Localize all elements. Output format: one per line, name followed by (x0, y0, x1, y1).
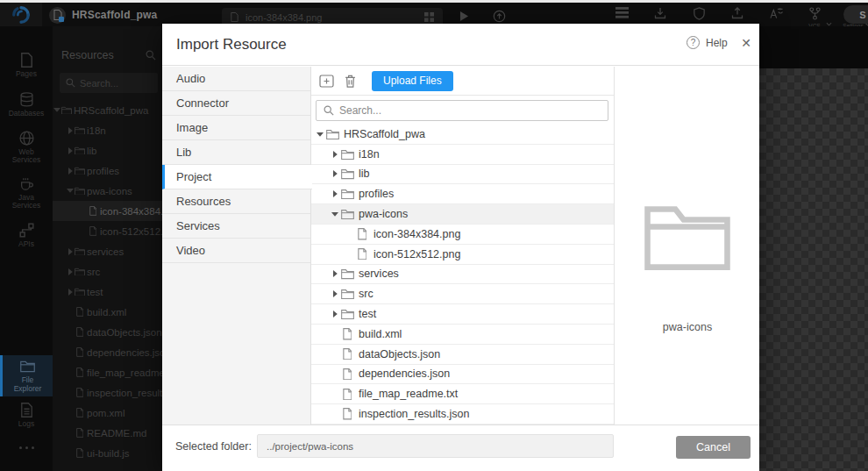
tree-file-file_map_readme.txt[interactable]: file_map_readme.txt (311, 384, 614, 404)
run-play-button[interactable] (459, 11, 469, 22)
translate-icon[interactable] (766, 7, 786, 19)
caret-down-icon[interactable] (66, 188, 75, 193)
caret-right-icon[interactable] (330, 170, 340, 177)
tree-file-inspection_results.json[interactable]: inspection_results.json (311, 404, 614, 425)
help-button[interactable]: ? Help (687, 36, 728, 49)
tree-folder-src[interactable]: src (53, 261, 162, 282)
caret-right-icon[interactable] (66, 248, 75, 255)
globe-icon (19, 131, 34, 146)
dialog-search[interactable] (316, 100, 608, 121)
sidebar-item-more[interactable] (0, 435, 53, 460)
tree-item-label: i18n (359, 148, 380, 161)
tree-folder-test[interactable]: test (53, 282, 162, 302)
upload-files-button[interactable]: Upload Files (372, 71, 453, 91)
caret-right-icon[interactable] (330, 190, 340, 197)
preview-folder-icon (644, 200, 731, 271)
tree-folder-profiles[interactable]: profiles (53, 161, 162, 181)
export-icon[interactable] (728, 7, 747, 19)
new-folder-button[interactable] (319, 75, 334, 88)
tree-file-icon-384x384.png[interactable]: icon-384x384.png (53, 201, 162, 221)
resources-panel: Resources HRScaffold_pwai18nlibprofilesp… (53, 26, 162, 471)
tree-file-file_map_readme.txt[interactable]: file_map_readme.txt (53, 362, 162, 382)
tree-file-icon-384x384.png[interactable]: icon-384x384.png (311, 225, 614, 245)
category-item-audio[interactable]: Audio (162, 67, 310, 91)
caret-right-icon[interactable] (66, 127, 75, 134)
tree-folder-i18n[interactable]: i18n (311, 145, 614, 165)
tree-folder-pwa-icons[interactable]: pwa-icons (311, 204, 614, 225)
sidebar-item-java-services[interactable]: JavaServices (0, 170, 53, 216)
tree-file-build.xml[interactable]: build.xml (53, 302, 162, 322)
dialog-search-input[interactable] (339, 104, 567, 117)
tree-file-build.xml[interactable]: build.xml (311, 325, 614, 345)
tree-folder-lib[interactable]: lib (53, 140, 162, 161)
caret-down-icon[interactable] (330, 211, 340, 217)
tree-folder-services[interactable]: services (311, 265, 614, 285)
sidebar-item-databases[interactable]: Databases (0, 85, 53, 125)
caret-down-icon[interactable] (53, 107, 61, 112)
caret-right-icon[interactable] (330, 290, 340, 297)
tree-file-icon-512x512.png[interactable]: icon-512x512.png (311, 245, 614, 265)
close-icon[interactable]: ✕ (738, 35, 754, 51)
help-icon: ? (687, 36, 700, 49)
tree-file-icon-512x512.png[interactable]: icon-512x512.png (53, 221, 162, 241)
tree-file-dependencies.json[interactable]: dependencies.json (311, 365, 614, 385)
cancel-button[interactable]: Cancel (676, 436, 751, 459)
tree-folder-i18n[interactable]: i18n (53, 120, 162, 140)
page-icon (19, 53, 34, 68)
project-name: HRScaffold_pwa (72, 9, 157, 21)
category-item-lib[interactable]: Lib (162, 140, 310, 165)
tree-folder-hrscaffold_pwa[interactable]: HRScaffold_pwa (311, 125, 614, 145)
folder-icon (75, 268, 85, 276)
tree-folder-hrscaffold_pwa[interactable]: HRScaffold_pwa (53, 100, 162, 120)
app-logo[interactable] (0, 3, 42, 26)
tree-folder-src[interactable]: src (311, 284, 614, 304)
tree-folder-profiles[interactable]: profiles (311, 184, 614, 204)
file-icon (75, 347, 85, 357)
import-icon[interactable] (651, 7, 670, 19)
category-item-video[interactable]: Video (162, 239, 310, 263)
category-item-services[interactable]: Services (162, 214, 310, 239)
caret-right-icon[interactable] (330, 310, 340, 318)
tree-file-pom.xml[interactable]: pom.xml (53, 403, 162, 423)
tree-item-label: icon-512x512.png (374, 248, 460, 260)
tree-file-dataobjects.json[interactable]: dataObjects.json (311, 345, 614, 365)
tree-item-label: icon-512x512.png (100, 226, 162, 237)
caret-right-icon[interactable] (66, 289, 75, 296)
sidebar-item-web-services[interactable]: WebServices (0, 125, 53, 170)
environments-icon[interactable] (612, 7, 631, 19)
publish-icon[interactable] (493, 10, 506, 23)
user-avatar[interactable]: S (843, 5, 868, 24)
sidebar-item-apis[interactable]: APIs (0, 216, 53, 255)
caret-right-icon[interactable] (66, 268, 75, 275)
caret-right-icon[interactable] (66, 168, 75, 175)
tree-file-inspection_results.json[interactable]: inspection_results.json (53, 382, 162, 403)
search-icon[interactable] (146, 50, 156, 61)
category-item-connector[interactable]: Connector (162, 91, 310, 116)
caret-right-icon[interactable] (330, 151, 340, 158)
caret-down-icon[interactable] (315, 132, 325, 137)
project-switcher[interactable]: HRScaffold_pwa (49, 5, 157, 25)
sidebar-item-file-explorer[interactable]: FileExplorer (0, 355, 53, 396)
tree-folder-test[interactable]: test (311, 304, 614, 325)
tree-folder-pwa-icons[interactable]: pwa-icons (53, 181, 162, 201)
tree-folder-lib[interactable]: lib (311, 165, 614, 185)
category-item-resources[interactable]: Resources (162, 189, 310, 214)
resources-search-input[interactable] (80, 78, 141, 89)
tree-file-readme.md[interactable]: README.md (53, 423, 162, 443)
tree-item-label: profiles (359, 188, 394, 200)
tree-item-label: dataObjects.json (359, 348, 440, 360)
sidebar-item-pages[interactable]: Pages (0, 46, 53, 85)
sidebar-item-logs[interactable]: Logs (0, 396, 53, 435)
category-item-project[interactable]: Project (162, 165, 312, 189)
shield-icon[interactable] (689, 7, 708, 20)
tree-folder-services[interactable]: services (53, 241, 162, 261)
category-item-image[interactable]: Image (162, 116, 310, 140)
selected-folder-input[interactable] (257, 434, 614, 458)
caret-right-icon[interactable] (330, 270, 340, 277)
tree-file-ui-build.js[interactable]: ui-build.js (53, 443, 162, 463)
resources-search[interactable] (60, 73, 158, 93)
caret-right-icon[interactable] (66, 147, 75, 154)
tree-file-dependencies.json[interactable]: dependencies.json (53, 342, 162, 362)
tree-file-dataobjects.json[interactable]: dataObjects.json (53, 322, 162, 342)
delete-button[interactable] (345, 75, 356, 88)
